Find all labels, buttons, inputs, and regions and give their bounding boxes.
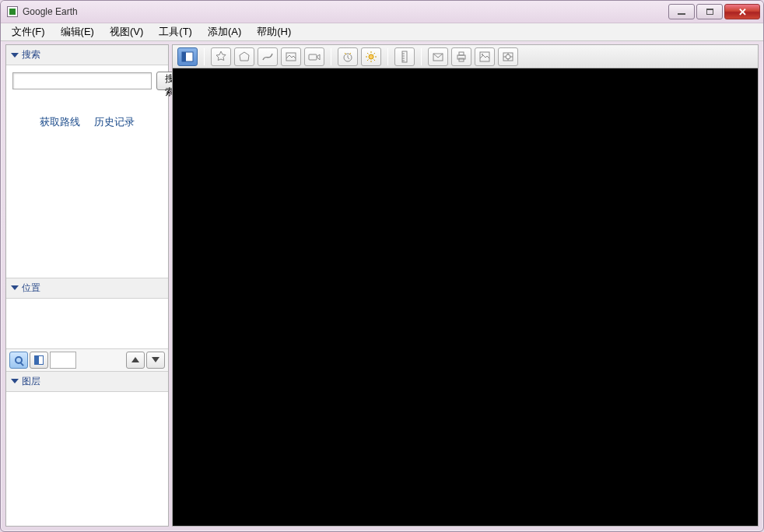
app-window: Google Earth ✕ 文件(F) 编辑(E) 视图(V) 工具(T) 添… (0, 0, 764, 532)
places-filter-input[interactable] (50, 352, 76, 369)
svg-rect-4 (309, 54, 317, 60)
client-area: 搜索 搜索 获取路线 历史记录 位置 (1, 41, 763, 531)
polygon-icon[interactable] (234, 47, 254, 66)
record-tour-icon[interactable] (304, 47, 324, 66)
window-title: Google Earth (23, 6, 78, 17)
svg-rect-10 (459, 52, 464, 55)
placemark-icon[interactable] (211, 47, 231, 66)
minimize-button[interactable] (668, 4, 695, 19)
panel-title-layers: 图层 (22, 375, 40, 388)
image-overlay-icon[interactable] (281, 47, 301, 66)
panel-title-places: 位置 (22, 282, 40, 295)
titlebar[interactable]: Google Earth ✕ (1, 1, 763, 23)
search-panel: 搜索 获取路线 历史记录 (6, 65, 168, 143)
svg-point-13 (482, 54, 483, 55)
app-icon (7, 6, 18, 17)
layers-panel (6, 392, 168, 527)
places-search-button[interactable] (9, 352, 28, 369)
save-image-icon[interactable] (475, 47, 495, 66)
menu-tools[interactable]: 工具(T) (151, 23, 200, 40)
svg-point-6 (369, 54, 373, 59)
print-icon[interactable] (451, 47, 471, 66)
menu-file[interactable]: 文件(F) (4, 23, 53, 40)
places-split-button[interactable] (30, 352, 48, 369)
menu-help[interactable]: 帮助(H) (249, 23, 299, 40)
svg-rect-1 (182, 52, 186, 61)
places-panel (6, 299, 168, 348)
menubar: 文件(F) 编辑(E) 视图(V) 工具(T) 添加(A) 帮助(H) (1, 23, 763, 41)
panel-header-search[interactable]: 搜索 (6, 45, 168, 65)
collapse-icon (11, 379, 19, 383)
main-area (172, 44, 759, 527)
ruler-icon[interactable] (394, 47, 415, 66)
panel-header-layers[interactable]: 图层 (6, 371, 168, 392)
menu-edit[interactable]: 编辑(E) (53, 23, 102, 40)
close-button[interactable]: ✕ (724, 4, 760, 19)
sidebar: 搜索 搜索 获取路线 历史记录 位置 (5, 44, 169, 527)
panel-title-search: 搜索 (22, 48, 40, 61)
historical-imagery-icon[interactable] (338, 47, 358, 66)
svg-marker-2 (240, 52, 249, 61)
sunlight-icon[interactable] (361, 47, 381, 66)
menu-view[interactable]: 视图(V) (102, 23, 151, 40)
maximize-button[interactable] (696, 4, 723, 19)
search-input[interactable] (12, 72, 152, 89)
panel-header-places[interactable]: 位置 (6, 278, 168, 299)
hide-sidebar-icon[interactable] (177, 47, 198, 66)
places-toolbar (6, 348, 168, 371)
path-icon[interactable] (258, 47, 278, 66)
globe-viewport[interactable] (173, 68, 758, 526)
menu-add[interactable]: 添加(A) (200, 23, 249, 40)
search-results-area (6, 143, 168, 278)
history-link[interactable]: 历史记录 (94, 115, 135, 129)
move-down-button[interactable] (146, 352, 165, 369)
email-icon[interactable] (428, 47, 448, 66)
get-directions-link[interactable]: 获取路线 (40, 115, 80, 129)
view-in-maps-icon[interactable] (498, 47, 518, 66)
move-up-button[interactable] (126, 352, 145, 369)
collapse-icon (11, 285, 19, 290)
collapse-icon (11, 53, 19, 58)
main-toolbar (173, 45, 758, 68)
